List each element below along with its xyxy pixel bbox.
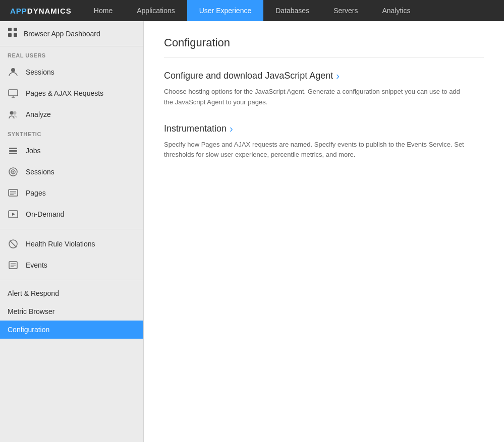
nav-item-analytics[interactable]: Analytics bbox=[370, 0, 422, 21]
page-title: Configuration bbox=[164, 36, 484, 57]
sidebar-item-pages-syn[interactable]: Pages bbox=[0, 182, 143, 204]
dashboard-icon bbox=[8, 27, 18, 40]
health-label: Health Rule Violations bbox=[26, 240, 95, 248]
svg-point-4 bbox=[11, 68, 15, 72]
real-users-label: REAL USERS bbox=[0, 46, 143, 61]
display-icon bbox=[8, 88, 19, 99]
instrumentation-arrow: › bbox=[230, 123, 233, 135]
logo-suffix: DYNAMICS bbox=[27, 7, 72, 15]
content-area: Configuration Configure and download Jav… bbox=[144, 21, 504, 442]
sidebar-item-events[interactable]: Events bbox=[0, 255, 143, 276]
jobs-label: Jobs bbox=[26, 147, 41, 155]
pages-ajax-label: Pages & AJAX Requests bbox=[26, 89, 103, 97]
events-icon bbox=[8, 260, 19, 271]
analyze-label: Analyze bbox=[26, 110, 51, 118]
nav-item-databases[interactable]: Databases bbox=[263, 0, 321, 21]
metric-browser-label: Metric Browser bbox=[8, 307, 54, 315]
config-section-instrumentation: Instrumentation › Specify how Pages and … bbox=[164, 123, 484, 161]
js-agent-section-title[interactable]: Configure and download JavaScript Agent … bbox=[164, 70, 484, 82]
nav-item-applications[interactable]: Applications bbox=[125, 0, 187, 21]
divider-2 bbox=[0, 280, 143, 280]
sessions-syn-label: Sessions bbox=[26, 168, 54, 176]
jobs-icon bbox=[8, 145, 19, 156]
svg-rect-2 bbox=[8, 33, 12, 37]
svg-rect-0 bbox=[8, 28, 12, 31]
sidebar-item-sessions-real[interactable]: Sessions bbox=[0, 61, 143, 83]
svg-rect-5 bbox=[9, 90, 18, 96]
sidebar-item-configuration[interactable]: Configuration bbox=[0, 321, 143, 339]
analyze-icon bbox=[8, 109, 19, 120]
sessions-real-label: Sessions bbox=[26, 68, 54, 76]
sidebar: Browser App Dashboard REAL USERS Session… bbox=[0, 21, 144, 442]
events-label: Events bbox=[26, 261, 47, 269]
instrumentation-title-text: Instrumentation bbox=[164, 123, 227, 134]
svg-rect-12 bbox=[9, 153, 17, 154]
alert-respond-label: Alert & Respond bbox=[8, 289, 59, 297]
sessions-syn-icon bbox=[8, 166, 19, 177]
sidebar-browser-dashboard[interactable]: Browser App Dashboard bbox=[0, 21, 143, 46]
sidebar-item-health[interactable]: Health Rule Violations bbox=[0, 233, 143, 255]
main-area: Browser App Dashboard REAL USERS Session… bbox=[0, 21, 504, 442]
sidebar-item-jobs[interactable]: Jobs bbox=[0, 140, 143, 161]
svg-rect-1 bbox=[14, 28, 17, 31]
js-agent-title-text: Configure and download JavaScript Agent bbox=[164, 71, 333, 81]
person-icon bbox=[8, 67, 19, 78]
svg-marker-21 bbox=[12, 213, 15, 216]
js-agent-arrow: › bbox=[336, 70, 340, 82]
nav-item-servers[interactable]: Servers bbox=[321, 0, 370, 21]
svg-rect-3 bbox=[14, 33, 17, 37]
top-nav: APPDYNAMICS HomeApplicationsUser Experie… bbox=[0, 0, 504, 21]
svg-line-23 bbox=[10, 241, 17, 247]
nav-item-home[interactable]: Home bbox=[82, 0, 125, 21]
synthetic-label: SYNTHETIC bbox=[0, 125, 143, 140]
pages-syn-icon bbox=[8, 187, 19, 199]
sidebar-item-analyze[interactable]: Analyze bbox=[0, 104, 143, 125]
nav-items: HomeApplicationsUser ExperienceDatabases… bbox=[82, 0, 504, 21]
nav-item-user-experience[interactable]: User Experience bbox=[187, 0, 264, 21]
instrumentation-desc: Specify how Pages and AJAX requests are … bbox=[164, 140, 467, 161]
sidebar-item-pages-ajax[interactable]: Pages & AJAX Requests bbox=[0, 83, 143, 104]
pages-syn-label: Pages bbox=[26, 189, 46, 197]
health-icon bbox=[8, 238, 19, 249]
divider-1 bbox=[0, 229, 143, 229]
sidebar-header-label: Browser App Dashboard bbox=[24, 30, 100, 38]
ondemand-icon bbox=[8, 209, 19, 220]
sidebar-item-metric-browser[interactable]: Metric Browser bbox=[0, 302, 143, 321]
svg-rect-10 bbox=[9, 148, 17, 149]
svg-rect-11 bbox=[9, 150, 17, 152]
ondemand-label: On-Demand bbox=[26, 210, 64, 218]
configuration-label: Configuration bbox=[8, 326, 49, 334]
sidebar-item-ondemand[interactable]: On-Demand bbox=[0, 204, 143, 225]
config-section-js-agent: Configure and download JavaScript Agent … bbox=[164, 70, 484, 108]
js-agent-desc: Choose hosting options for the JavaScrip… bbox=[164, 87, 467, 108]
logo-prefix: APP bbox=[10, 7, 27, 15]
svg-point-15 bbox=[13, 171, 14, 173]
instrumentation-section-title[interactable]: Instrumentation › bbox=[164, 123, 484, 135]
sidebar-item-alert-respond[interactable]: Alert & Respond bbox=[0, 284, 143, 302]
sidebar-item-sessions-syn[interactable]: Sessions bbox=[0, 161, 143, 182]
svg-point-9 bbox=[13, 111, 17, 115]
app-logo: APPDYNAMICS bbox=[0, 7, 82, 15]
svg-point-8 bbox=[10, 111, 14, 115]
